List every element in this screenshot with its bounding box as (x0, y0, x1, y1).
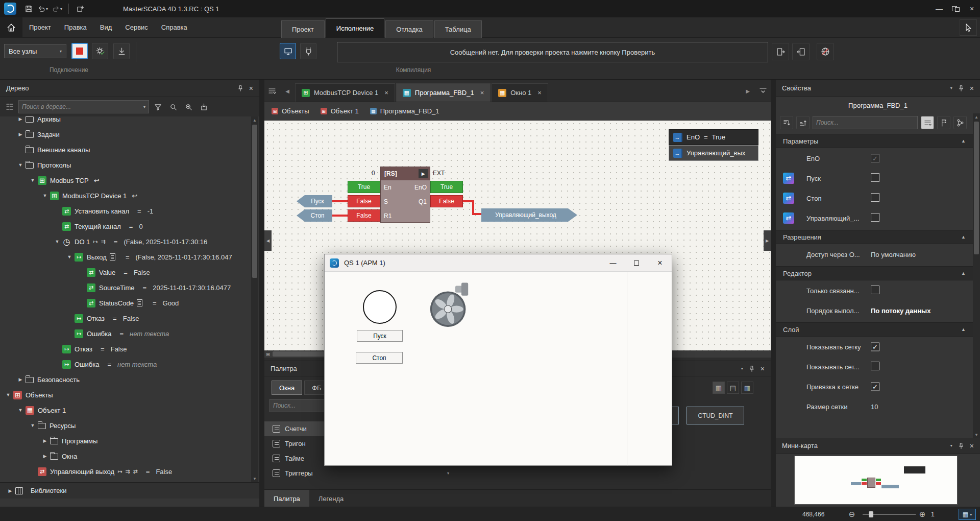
layout-mode-button[interactable]: ▦ (959, 509, 976, 520)
tree-locate-icon[interactable] (197, 100, 210, 113)
pin-icon[interactable] (237, 85, 244, 92)
checkbox-checked[interactable] (871, 342, 879, 351)
property-value[interactable]: По умолчанию (871, 250, 916, 258)
pin-icon[interactable] (958, 85, 965, 92)
tab-table[interactable]: Таблица (434, 20, 482, 38)
checkbox[interactable] (871, 173, 879, 182)
import-values-icon[interactable] (772, 43, 789, 60)
chevron-down-icon[interactable] (447, 471, 449, 476)
tree-row[interactable]: Выход=(False, 2025-11-01-17:30:16.047 (0, 249, 250, 265)
tree-row[interactable]: Задачи (0, 127, 250, 142)
tree-search-input[interactable] (22, 103, 143, 110)
input-reference-stop[interactable]: Стоп (297, 209, 332, 222)
check-project-button[interactable] (92, 43, 108, 59)
expander-icon[interactable] (41, 438, 49, 443)
close-tab-icon[interactable] (480, 89, 484, 97)
tree-row[interactable]: Ошибка=нет текста (0, 326, 250, 341)
section-permissions[interactable]: Разрешения (776, 230, 973, 244)
tree-row[interactable]: Ресурсы (0, 418, 250, 433)
expander-icon[interactable] (53, 239, 61, 244)
input-reference-start[interactable]: Пуск (297, 195, 332, 207)
menu-project[interactable]: Проект (22, 17, 58, 38)
expander-icon[interactable] (16, 377, 24, 382)
tree-search-next-icon[interactable] (182, 100, 195, 113)
start-button[interactable]: Пуск (357, 330, 403, 342)
close-panel-icon[interactable] (970, 442, 974, 450)
qs-minimize-button[interactable]: — (601, 254, 625, 271)
tab-list-button[interactable] (265, 84, 279, 98)
sort-desc-icon[interactable] (796, 116, 810, 129)
qs-window-titlebar[interactable]: QS 1 (АРМ 1) — × (325, 254, 672, 272)
tree-row[interactable]: ModbusTCP Device 1 (0, 188, 250, 203)
rs-function-block[interactable]: [RS] En S R1 EnO Q1 (380, 167, 430, 223)
new-window-button[interactable] (74, 2, 87, 15)
scrollbar-thumb[interactable] (974, 122, 979, 254)
save-button[interactable] (22, 2, 35, 15)
sort-asc-icon[interactable] (780, 116, 793, 129)
monitor-mode-button[interactable] (280, 43, 296, 59)
nodes-combo[interactable]: Все узлы (4, 44, 66, 58)
property-value[interactable]: 10 (871, 402, 878, 410)
close-panel-icon[interactable] (970, 84, 974, 92)
expander-icon[interactable] (29, 423, 37, 428)
value-box-false[interactable]: False (348, 209, 380, 222)
bottom-tab-palette[interactable]: Палитра (264, 490, 309, 507)
scroll-down-icon[interactable]: ▼ (973, 431, 980, 438)
scroll-down-icon[interactable]: ▼ (251, 475, 258, 482)
tree-row[interactable]: Отказ=False (0, 341, 250, 357)
tab-execution[interactable]: Исполнение (326, 18, 385, 38)
doc-tab-program-fbd[interactable]: Программа_FBD_1 (396, 83, 491, 102)
breadcrumb-object1[interactable]: Объект 1 (321, 107, 359, 115)
scheme-button[interactable] (953, 116, 967, 129)
pin-s[interactable]: S (384, 198, 388, 205)
undo-button[interactable] (36, 2, 50, 15)
checkbox[interactable] (871, 286, 879, 294)
watch-row[interactable]: EnO=True (669, 129, 758, 145)
bottom-tab-legend[interactable]: Легенда (309, 490, 353, 507)
revert-icon[interactable] (132, 192, 137, 200)
pin-icon[interactable] (958, 442, 965, 449)
canvas-scroll-right-button[interactable]: ▶ (764, 230, 771, 251)
doc-tab-modbus-device[interactable]: ModbusTCP Device 1 (295, 83, 395, 102)
tree-row[interactable]: Установить канал=-1 (0, 203, 250, 219)
property-value[interactable]: По потоку данных (871, 306, 930, 314)
qs-close-button[interactable]: × (648, 254, 672, 271)
tree-row[interactable]: SourceTime=2025-11-01-17:30:16.0477 (0, 280, 250, 295)
stop-runtime-button[interactable] (71, 43, 88, 59)
properties-search-box[interactable] (813, 116, 918, 129)
expander-icon[interactable] (6, 488, 14, 493)
palette-category[interactable]: Триггеры (264, 466, 456, 481)
menu-edit[interactable]: Правка (58, 17, 93, 38)
pin-q1[interactable]: Q1 (419, 198, 427, 205)
tree-row[interactable]: Ошибка=нет текста (0, 357, 250, 372)
chevron-down-icon[interactable] (143, 105, 145, 109)
tree-row[interactable]: Текущий канал=0 (0, 219, 250, 234)
minimap[interactable] (794, 456, 958, 505)
tab-project[interactable]: Проект (281, 20, 325, 38)
home-button[interactable] (0, 17, 22, 38)
zoom-out-icon[interactable]: ⊖ (847, 510, 856, 519)
menu-view[interactable]: Вид (93, 17, 119, 38)
menu-service[interactable]: Сервис (118, 17, 155, 38)
tree-row[interactable]: Безопасность (0, 372, 250, 387)
qs-maximize-button[interactable] (625, 254, 648, 271)
output-reference-control[interactable]: Управляющий_выход (481, 208, 577, 222)
tree-settings-icon[interactable] (3, 100, 16, 113)
minimize-button[interactable]: — (931, 2, 947, 16)
expander-icon[interactable] (41, 193, 49, 198)
offline-mode-icon[interactable] (817, 43, 834, 60)
expander-icon[interactable] (16, 408, 24, 413)
collapse-icon[interactable] (961, 327, 966, 332)
breadcrumb-objects[interactable]: Объекты (272, 107, 309, 115)
menu-help[interactable]: Справка (155, 17, 194, 38)
value-box-true[interactable]: True (348, 181, 380, 193)
checkbox[interactable] (871, 193, 879, 202)
export-values-icon[interactable] (792, 43, 810, 60)
redo-dropdown-icon[interactable] (60, 7, 62, 11)
qs-runtime-window[interactable]: QS 1 (АРМ 1) — × Пуск Стоп (324, 254, 672, 466)
collapse-icon[interactable] (961, 271, 966, 276)
close-tab-icon[interactable] (384, 89, 388, 97)
tree-row[interactable]: DO 1=(False, 2025-11-01-17:30:16 (0, 234, 250, 249)
value-box-false[interactable]: False (348, 195, 380, 207)
view-grid-icon[interactable]: ▦ (713, 382, 725, 394)
